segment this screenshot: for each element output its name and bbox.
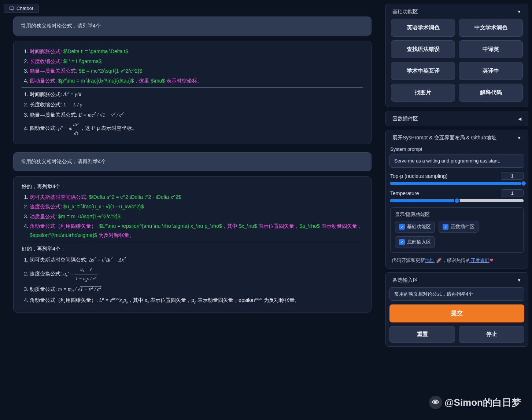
text: 表示动量四矢量， <box>320 223 362 229</box>
system-prompt-input[interactable] <box>389 154 524 168</box>
note-text: 代码开源和更新 <box>392 258 425 263</box>
formula-latex: $L' = L/\gamma$ <box>63 58 101 64</box>
text: 为反对称张量。 <box>262 297 300 303</box>
fn-academic-translate-button[interactable]: 学术中英互译 <box>391 62 455 80</box>
github-link[interactable]: 地址 <box>425 258 435 263</box>
formula-label: 闵可夫斯基时空间隔公式: <box>30 194 89 200</box>
formula-label: 长度收缩公式: <box>30 102 63 107</box>
tab-chatbot[interactable]: Chatbot <box>4 4 39 13</box>
text: ，这里 <box>134 78 151 84</box>
fn-chinese-polish-button[interactable]: 中文学术润色 <box>459 19 523 37</box>
developers-link[interactable]: 开发者们 <box>470 258 489 263</box>
user-message: 常用的狭义相对论公式，请再列举4个 <box>13 152 372 171</box>
formula-latex: $epsilon^{\mu\nu\rho\sigma}$ <box>30 232 97 238</box>
bot-preline: 好的，再列举4个： <box>22 244 363 253</box>
chevron-left-icon: ◀ <box>518 116 521 121</box>
text: ，这里 μ 表示时空坐标。 <box>80 125 137 131</box>
user-message: 常用的狭义相对论公式，请列举4个 <box>13 17 372 36</box>
bot-message: 时间膨胀公式: $\Delta t' = \gamma \Delta t$ 长度… <box>13 41 372 144</box>
formula-label: 速度变换公式: <box>30 204 63 209</box>
chk-label: 底部输入区 <box>407 239 431 245</box>
chk-plugin-area[interactable]: ✓函数插件区 <box>439 221 479 233</box>
chk-label: 函数插件区 <box>451 223 474 230</box>
formula-rendered: Lμ = εμνρσxνpρ <box>99 297 128 303</box>
formula-latex: $p^\mu = m \frac{dx^\mu}{d\tau}$ <box>58 78 134 84</box>
formula-latex: $x_\nu$ <box>239 223 257 229</box>
text: 为反对称张量。 <box>97 232 134 238</box>
note-text: ，感谢热情的 <box>442 258 470 263</box>
topp-value-input[interactable] <box>501 172 524 180</box>
check-icon: ✓ <box>399 239 405 245</box>
formula-label: 动质量公式: <box>30 286 58 292</box>
svg-rect-0 <box>10 7 14 10</box>
system-prompt-label: System prompt <box>390 146 524 152</box>
formula-rendered: L′ = L / γ <box>63 102 82 107</box>
fn-cn-to-en-button[interactable]: 中译英 <box>459 40 523 58</box>
formula-latex: $u_x' = \frac{u_x - v}{1 - u_xv/c^2}$ <box>63 204 144 209</box>
chk-bottom-input[interactable]: ✓底部输入区 <box>395 236 435 248</box>
formula-label: 四动量公式: <box>30 125 58 131</box>
formula-label: 时间膨胀公式: <box>30 48 63 54</box>
reset-button[interactable]: 重置 <box>389 326 455 343</box>
text: ，其中 <box>222 223 239 229</box>
formula-rendered: μνρσ <box>255 297 262 303</box>
formula-latex: $L^\mu = \epsilon^{\mu \nu \rho \sigma} … <box>99 223 222 229</box>
tab-label: Chatbot <box>16 6 33 11</box>
formula-label: 长度收缩公式: <box>30 58 63 64</box>
plugins-header[interactable]: 函数插件区 ◀ <box>389 114 524 124</box>
topp-label: Top-p (nucleus sampling) <box>390 173 447 179</box>
formula-latex: $\Delta s^2 = c^2 \Delta t^2 - \Delta x^… <box>89 194 181 200</box>
alt-input-field[interactable] <box>389 287 524 301</box>
user-message-text: 常用的狭义相对论公式，请列举4个 <box>21 23 101 29</box>
text: 表示动量四矢量，epsilon <box>196 297 255 303</box>
formula-rendered: pμ = mdxμdτ <box>58 126 80 131</box>
formula-label: 能量—质量关系公式: <box>30 112 79 118</box>
formula-label: 角动量公式（利用四维矢量）: <box>30 223 99 229</box>
formula-label: 能量—质量关系公式: <box>30 68 79 74</box>
card-title: 备选输入区 <box>392 277 418 284</box>
formula-label: 闵可夫斯基时空间隔公式: <box>30 257 89 263</box>
alt-input-header[interactable]: 备选输入区 ▼ <box>389 275 524 287</box>
check-icon: ✓ <box>399 224 405 230</box>
basic-functions-header[interactable]: 基础功能区 ▼ <box>389 7 524 19</box>
temperature-slider[interactable] <box>390 199 524 202</box>
formula-latex: $\mu$ <box>151 78 165 84</box>
rocket-icon: 🚀 <box>436 258 442 263</box>
text: 表示时空坐标。 <box>165 78 202 84</box>
text: 表示位置四矢量，p <box>149 297 194 303</box>
basic-functions-card: 基础功能区 ▼ 英语学术润色 中文学术润色 查找语法错误 中译英 学术中英互译 … <box>385 4 528 107</box>
formula-rendered: E = mc2 / √1 − v2 / c2 <box>79 112 123 118</box>
card-title: 展开SysPrompt & 交互界面布局 & Github地址 <box>392 135 496 141</box>
formula-latex: $m = m_0/\sqrt{1-v^2/c^2}$ <box>58 213 121 219</box>
sysprompt-card: 展开SysPrompt & 交互界面布局 & Github地址 ▼ System… <box>385 130 528 269</box>
formula-rendered: Δs2 = c2Δt2 − Δx2 <box>89 257 126 263</box>
stop-button[interactable]: 停止 <box>459 326 524 343</box>
text: 表示位置四矢量， <box>257 223 299 229</box>
formula-label: 角动量公式（利用四维矢量）: <box>30 297 99 303</box>
temperature-value-input[interactable] <box>501 189 524 197</box>
fn-explain-code-button[interactable]: 解释代码 <box>459 84 523 102</box>
card-title: 基础功能区 <box>392 8 418 15</box>
user-message-text: 常用的狭义相对论公式，请再列举4个 <box>21 158 106 164</box>
submit-button[interactable]: 提交 <box>389 304 524 322</box>
fn-find-image-button[interactable]: 找图片 <box>391 84 455 102</box>
alt-input-card: 备选输入区 ▼ 提交 重置 停止 <box>385 272 528 347</box>
chat-icon <box>9 6 14 11</box>
fn-grammar-check-button[interactable]: 查找语法错误 <box>391 40 455 58</box>
fn-en-to-cn-button[interactable]: 英译中 <box>459 62 523 80</box>
fn-english-polish-button[interactable]: 英语学术润色 <box>391 19 455 37</box>
topp-slider[interactable] <box>390 182 524 185</box>
heart-icon: ❤ <box>489 258 494 263</box>
formula-label: 四动量公式: <box>30 78 58 84</box>
sysprompt-header[interactable]: 展开SysPrompt & 交互界面布局 & Github地址 ▼ <box>389 133 524 145</box>
formula-label: 速度变换公式: <box>30 271 63 277</box>
check-icon: ✓ <box>443 224 448 230</box>
visibility-title: 显示/隐藏功能区 <box>395 211 519 218</box>
temperature-label: Temperature <box>390 190 419 196</box>
chk-basic-area[interactable]: ✓基础功能区 <box>395 221 435 233</box>
formula-latex: $E = mc^2/\sqrt{1-v^2/c^2}$ <box>79 68 142 74</box>
formula-rendered: ux′ = ux − v1 − uxv / c2 <box>63 271 97 277</box>
bot-message: 好的，再列举4个： 闵可夫斯基时空间隔公式: $\Delta s^2 = c^2… <box>13 176 372 313</box>
formula-label: 动质量公式: <box>30 213 58 219</box>
formula-rendered: Δt′ = γΔt <box>63 92 81 97</box>
